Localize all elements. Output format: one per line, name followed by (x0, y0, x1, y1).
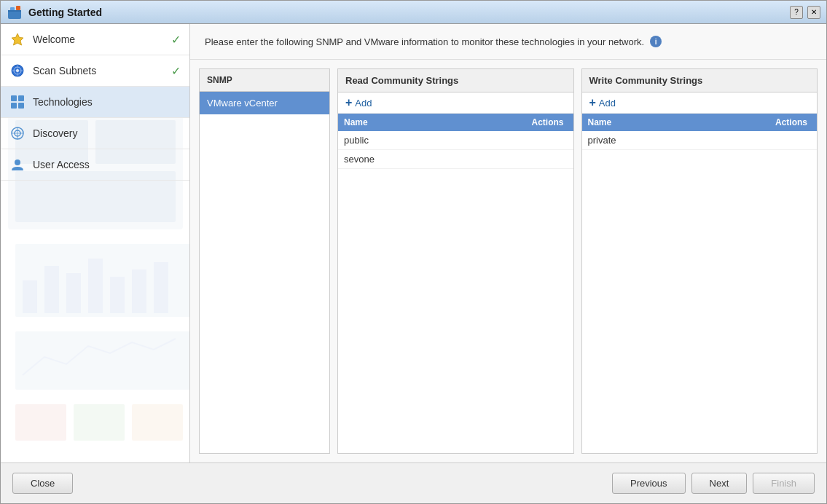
svg-rect-31 (15, 331, 190, 390)
read-row-sevone-name: sevone (338, 150, 522, 168)
scan-subnets-icon (9, 63, 26, 79)
write-row-private-actions (766, 131, 817, 149)
sidebar-item-welcome[interactable]: Welcome ✓ (1, 24, 189, 55)
sidebar-item-scan-subnets[interactable]: Scan Subnets ✓ (1, 55, 189, 87)
svg-rect-13 (18, 103, 24, 109)
title-bar: Getting Started ? ✕ (1, 1, 826, 24)
write-strings-add-button[interactable]: + Add (582, 92, 818, 114)
write-strings-panel: Write Community Strings + Add Name Actio… (581, 68, 818, 454)
previous-button[interactable]: Previous (612, 473, 686, 494)
finish-button[interactable]: Finish (753, 473, 815, 494)
strings-area: Read Community Strings + Add Name Action… (337, 68, 818, 454)
help-button[interactable]: ? (790, 6, 803, 19)
main-content: Please enter the following SNMP and VMwa… (190, 24, 826, 462)
main-area: SNMP VMware vCenter Read Community Strin… (190, 60, 826, 462)
write-col-actions: Actions (766, 114, 817, 131)
title-bar-left: Getting Started (7, 4, 102, 20)
sidebar-item-user-access-label: User Access (33, 159, 181, 170)
tech-item-vmware[interactable]: VMware vCenter (200, 92, 329, 114)
read-add-plus-icon: + (345, 96, 352, 109)
read-strings-add-button[interactable]: + Add (338, 92, 573, 114)
discovery-icon (9, 125, 26, 141)
svg-rect-26 (66, 273, 81, 313)
svg-rect-33 (74, 404, 125, 441)
sidebar-items: Welcome ✓ Scan Subnets (1, 24, 189, 181)
read-row-sevone[interactable]: sevone (338, 150, 573, 169)
scan-check-icon: ✓ (171, 64, 181, 78)
sidebar-item-welcome-label: Welcome (33, 34, 164, 45)
sidebar: Welcome ✓ Scan Subnets (1, 24, 190, 462)
window-title: Getting Started (28, 7, 102, 18)
sidebar-item-technologies[interactable]: Technologies (1, 87, 189, 118)
sidebar-item-discovery-label: Discovery (33, 127, 181, 139)
main-window: Getting Started ? ✕ Welcome ✓ (0, 0, 827, 504)
sidebar-item-user-access[interactable]: User Access (1, 149, 189, 181)
footer-right: Previous Next Finish (612, 473, 815, 494)
next-button[interactable]: Next (691, 473, 748, 494)
svg-rect-27 (88, 259, 103, 313)
read-row-public-name: public (338, 131, 522, 149)
tech-panel-header: SNMP (200, 69, 329, 92)
svg-rect-11 (18, 95, 24, 101)
title-bar-controls: ? ✕ (790, 6, 820, 19)
svg-rect-2 (16, 6, 20, 10)
read-row-sevone-actions (522, 150, 573, 168)
main-header-text: Please enter the following SNMP and VMwa… (205, 36, 644, 47)
window-body: Welcome ✓ Scan Subnets (1, 24, 826, 462)
read-strings-table-header: Name Actions (338, 114, 573, 131)
read-strings-panel: Read Community Strings + Add Name Action… (337, 68, 574, 454)
svg-rect-12 (11, 103, 17, 109)
svg-rect-25 (44, 266, 59, 313)
svg-rect-30 (154, 262, 168, 313)
read-row-public-actions (522, 131, 573, 149)
svg-rect-32 (15, 404, 66, 441)
write-row-private-name: private (582, 131, 767, 149)
svg-rect-28 (110, 277, 125, 313)
close-button[interactable]: Close (12, 473, 73, 494)
read-strings-header: Read Community Strings (338, 69, 573, 92)
sidebar-item-technologies-label: Technologies (33, 96, 181, 108)
svg-rect-3 (8, 10, 21, 12)
read-col-actions: Actions (522, 114, 573, 131)
sidebar-item-discovery[interactable]: Discovery (1, 118, 189, 149)
svg-rect-34 (132, 404, 183, 441)
svg-point-18 (15, 160, 20, 165)
tech-panel: SNMP VMware vCenter (199, 68, 330, 454)
write-add-plus-icon: + (589, 96, 596, 109)
svg-rect-10 (11, 95, 17, 101)
footer-left: Close (12, 473, 73, 494)
read-col-name: Name (338, 114, 522, 131)
write-col-name: Name (582, 114, 767, 131)
welcome-check-icon: ✓ (171, 33, 181, 47)
write-strings-header: Write Community Strings (582, 69, 818, 92)
read-row-public[interactable]: public (338, 131, 573, 150)
svg-marker-4 (12, 34, 23, 45)
svg-rect-29 (132, 269, 146, 313)
sidebar-item-scan-label: Scan Subnets (33, 65, 164, 76)
technologies-icon (9, 94, 26, 110)
app-icon (7, 4, 23, 20)
close-window-button[interactable]: ✕ (807, 6, 820, 19)
user-access-icon (9, 157, 26, 173)
main-header: Please enter the following SNMP and VMwa… (190, 24, 826, 60)
info-icon[interactable]: i (650, 36, 662, 47)
svg-rect-24 (23, 280, 37, 313)
welcome-icon (9, 31, 26, 47)
write-row-private[interactable]: private (582, 131, 818, 150)
footer: Close Previous Next Finish (1, 462, 826, 503)
write-strings-table-header: Name Actions (582, 114, 818, 131)
